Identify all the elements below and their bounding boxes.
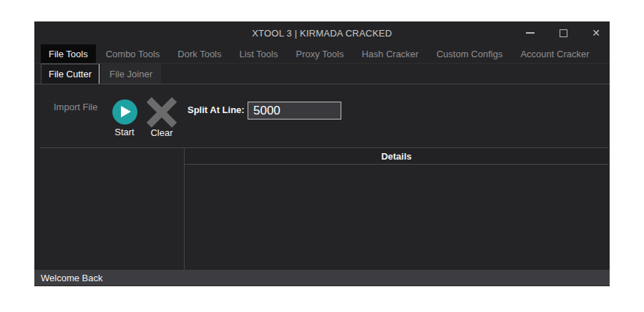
status-text: Welcome Back (41, 273, 102, 283)
tab-proxy-tools[interactable]: Proxy Tools (288, 44, 351, 63)
split-at-line-input[interactable] (248, 102, 341, 120)
main-tab-strip: File Tools Combo Tools Dork Tools List T… (34, 44, 610, 64)
results-area: Details (34, 147, 610, 270)
details-panel: Details (185, 148, 608, 270)
tab-list-tools[interactable]: List Tools (232, 44, 286, 63)
split-at-line-label: Split At Line: (187, 104, 245, 115)
import-file-label: Import File (54, 102, 97, 112)
tab-combo-tools[interactable]: Combo Tools (98, 44, 168, 63)
start-button[interactable]: Start (109, 99, 140, 137)
close-icon: ✕ (592, 28, 600, 38)
file-list-box[interactable] (36, 148, 184, 270)
tab-account-cracker[interactable]: Account Cracker (512, 44, 597, 63)
details-list[interactable] (185, 165, 608, 270)
tab-file-tools[interactable]: File Tools (41, 44, 96, 63)
clear-button[interactable]: Clear (146, 99, 177, 138)
tab-custom-configs[interactable]: Custom Configs (429, 44, 510, 63)
details-column-header[interactable]: Details (185, 148, 608, 165)
clear-button-label: Clear (146, 127, 177, 138)
clear-x-icon (147, 99, 176, 125)
maximize-icon (560, 29, 567, 37)
sub-tab-strip: File Cutter File Joiner (34, 64, 610, 84)
tab-file-cutter[interactable]: File Cutter (41, 64, 99, 84)
titlebar: XTOOL 3 | KIRMADA CRACKED ✕ (34, 21, 610, 44)
start-button-label: Start (109, 127, 140, 137)
status-bar: Welcome Back (34, 270, 610, 286)
window-controls: ✕ (519, 21, 607, 44)
tab-file-joiner[interactable]: File Joiner (101, 64, 161, 84)
file-cutter-toolbar: Import File Start Clear Split At Line: (34, 84, 610, 147)
app-window: XTOOL 3 | KIRMADA CRACKED ✕ File Tools C… (34, 21, 610, 286)
minimize-icon (526, 32, 535, 34)
tab-hash-cracker[interactable]: Hash Cracker (353, 44, 426, 63)
tab-dork-tools[interactable]: Dork Tools (170, 44, 229, 63)
play-icon (112, 99, 137, 125)
close-button[interactable]: ✕ (585, 21, 607, 44)
maximize-button[interactable] (552, 21, 574, 44)
minimize-button[interactable] (519, 21, 541, 44)
